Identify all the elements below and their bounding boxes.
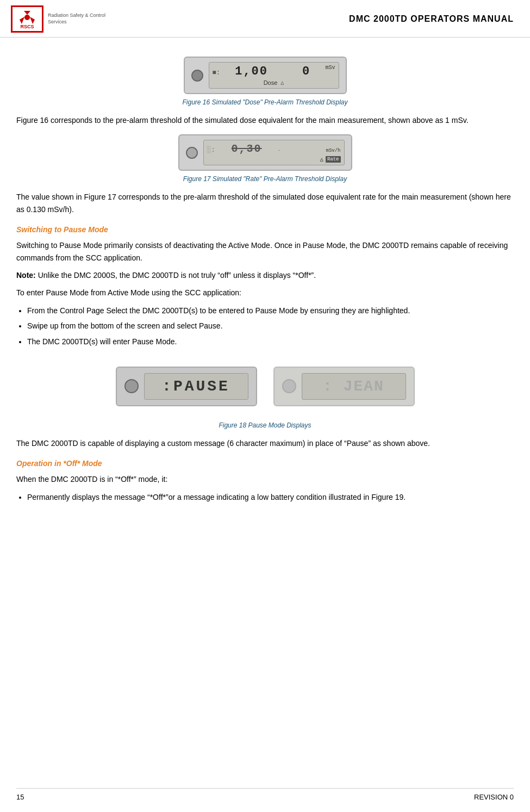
display-circle-fig18a [124,379,139,393]
pause-bullet-1: From the Control Page Select the DMC 200… [27,305,514,317]
figure-16-display: ■: 1,00 0 mSv Dose △ [184,57,347,94]
note-label: Note: [16,271,36,280]
note-body: Unlike the DMC 2000S, the DMC 2000TD is … [36,271,316,280]
fig17-body-text: The value shown in Figure 17 corresponds… [16,191,514,215]
figure-17-display: ░: 0,30 - mSv/h △ Rate [178,134,352,171]
pause-body1: Switching to Pause Mode primarily consis… [16,239,514,264]
fig18-body-text: The DMC 2000TD is capable of displaying … [16,437,514,449]
logo-subtitle: Radiation Safety & Control Services [48,13,113,25]
logo-area: RSCS Radiation Safety & Control Services [11,5,113,33]
logo-box: RSCS [11,5,43,33]
display-jean-screen: : JEAN [302,373,406,400]
display-circle-fig17 [186,147,198,159]
display-screen-fig16: ■: 1,00 0 mSv Dose △ [209,62,339,89]
note-paragraph: Note: Unlike the DMC 2000S, the DMC 2000… [16,269,514,281]
display-icon-fig16: ■: [213,69,220,77]
page-footer: 15 REVISION 0 [16,788,514,801]
main-content: ■: 1,00 0 mSv Dose △ Figure 16 Simulated… [0,38,530,530]
page-header: RSCS Radiation Safety & Control Services… [0,0,530,38]
fig16-caption: Figure 16 Simulated "Dose" Pre-Alarm Thr… [183,98,348,106]
offmode-bullet-1: Permanently displays the message “*Off*”… [27,491,514,503]
display-unit-fig16: mSv [325,65,335,71]
pause-intro-text: To enter Pause Mode from Active Mode usi… [16,287,514,299]
pause-bullet-list: From the Control Page Select the DMC 200… [27,305,514,348]
pause-mode-heading: Switching to Pause Mode [16,225,514,234]
display-rate-label: Rate [326,156,341,163]
figure-17-container: ░: 0,30 - mSv/h △ Rate Figure 17 Simulat… [16,134,514,183]
display-alarm-icon-fig17: △ [320,156,323,163]
page-number: 15 [16,793,24,801]
figure-18-display2: : JEAN [273,367,415,406]
display-icon-fig17: ░: [207,146,216,154]
display-value-fig16: 1,00 [235,65,268,78]
fig16-body-text: Figure 16 corresponds to the pre-alarm t… [16,114,514,126]
pause-bullet-3: The DMC 2000TD(s) will enter Pause Mode. [27,336,514,348]
revision-label: REVISION 0 [474,793,514,801]
display-label-fig16: Dose [264,79,278,86]
offmode-body-text: When the DMC 2000TD is in “*Off*” mode, … [16,473,514,485]
page-title: DMC 2000TD OPERATORS MANUAL [349,14,514,24]
display-zero-fig16: 0 [302,65,310,78]
display-value-fig17: 0,30 [232,142,262,155]
display-pause-screen: :PAUSE [144,373,248,400]
display-screen-fig17: ░: 0,30 - mSv/h △ Rate [203,140,345,165]
offmode-heading: Operation in *Off* Mode [16,459,514,468]
display-alarm-fig16: △ [280,79,284,86]
figure-16-container: ■: 1,00 0 mSv Dose △ Figure 16 Simulated… [16,57,514,106]
pause-bullet-2: Swipe up from the bottom of the screen a… [27,320,514,332]
figure-18-display1: :PAUSE [116,367,257,406]
offmode-bullet-list: Permanently displays the message “*Off*”… [27,491,514,503]
svg-text:RSCS: RSCS [20,24,34,29]
fig17-caption: Figure 17 Simulated "Rate" Pre-Alarm Thr… [183,175,347,183]
fig18-caption: Figure 18 Pause Mode Displays [219,422,311,429]
display-circle-fig18b [282,379,296,393]
display-circle-fig16 [191,70,203,82]
pause-displays-row: :PAUSE : JEAN [116,367,415,406]
svg-point-1 [24,15,30,20]
display-unit-fig17: mSv/h [326,148,340,153]
figure-18-container: :PAUSE : JEAN Figure 18 Pause Mode Displ… [16,356,514,429]
